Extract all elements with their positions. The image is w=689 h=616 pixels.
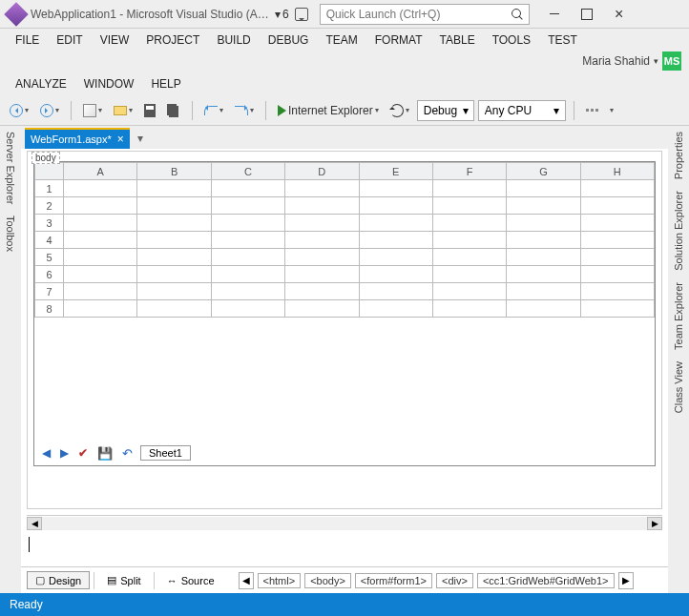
- row-header[interactable]: 8: [35, 300, 64, 318]
- cell[interactable]: [580, 232, 654, 249]
- grid-control[interactable]: A B C D E F G H 12345678 ◀: [33, 161, 656, 466]
- cell[interactable]: [285, 215, 359, 232]
- menu-tools[interactable]: TOOLS: [485, 31, 538, 50]
- cell[interactable]: [211, 283, 284, 300]
- cell[interactable]: [580, 300, 654, 318]
- solution-explorer-tab[interactable]: Solution Explorer: [671, 185, 686, 277]
- close-button[interactable]: [606, 4, 633, 25]
- menu-help[interactable]: HELP: [143, 74, 188, 93]
- table-row[interactable]: 2: [35, 197, 655, 215]
- cell[interactable]: [580, 266, 654, 283]
- sheet-name-tab[interactable]: Sheet1: [140, 445, 191, 461]
- solution-platform-dropdown[interactable]: Any CPU: [478, 100, 566, 121]
- notifications-indicator[interactable]: ▾ 6: [275, 8, 289, 21]
- cell[interactable]: [211, 232, 284, 249]
- cell[interactable]: [211, 180, 284, 197]
- cell[interactable]: [507, 249, 580, 266]
- tab-dropdown-icon[interactable]: ▾: [134, 128, 147, 149]
- cell[interactable]: [285, 232, 359, 249]
- cell[interactable]: [432, 180, 506, 197]
- cell[interactable]: [64, 283, 137, 300]
- horizontal-scrollbar[interactable]: ◀ ▶: [27, 515, 662, 530]
- user-menu-caret-icon[interactable]: [654, 56, 658, 66]
- cell[interactable]: [137, 283, 211, 300]
- code-editor-area[interactable]: [27, 532, 662, 566]
- menu-file[interactable]: FILE: [8, 31, 47, 50]
- menu-format[interactable]: FORMAT: [367, 31, 430, 50]
- scroll-left-button[interactable]: ◀: [27, 517, 42, 530]
- cell[interactable]: [64, 232, 137, 249]
- breadcrumb-item[interactable]: <form#form1>: [355, 573, 432, 588]
- cell[interactable]: [64, 300, 137, 318]
- cell[interactable]: [580, 249, 654, 266]
- cell[interactable]: [507, 283, 580, 300]
- col-header[interactable]: G: [507, 163, 580, 180]
- cell[interactable]: [64, 180, 137, 197]
- cell[interactable]: [285, 300, 359, 318]
- cell[interactable]: [432, 266, 506, 283]
- cell[interactable]: [507, 300, 580, 318]
- close-tab-icon[interactable]: ×: [117, 133, 124, 146]
- toolbar-overflow-button[interactable]: [606, 104, 617, 116]
- browser-refresh-button[interactable]: [386, 102, 413, 119]
- cell[interactable]: [64, 266, 137, 283]
- nav-back-button[interactable]: [6, 102, 32, 119]
- cell[interactable]: [285, 180, 359, 197]
- server-explorer-tab[interactable]: Server Explorer: [3, 126, 18, 210]
- save-button[interactable]: [140, 102, 159, 119]
- spreadsheet-table[interactable]: A B C D E F G H 12345678: [34, 162, 655, 318]
- user-name[interactable]: Maria Shahid: [582, 54, 650, 68]
- col-header[interactable]: E: [359, 163, 432, 180]
- col-header[interactable]: F: [432, 163, 506, 180]
- menu-build[interactable]: BUILD: [209, 31, 258, 50]
- cell[interactable]: [507, 232, 580, 249]
- cell[interactable]: [507, 180, 580, 197]
- cell[interactable]: [137, 300, 211, 318]
- redo-button[interactable]: [231, 104, 258, 117]
- cell[interactable]: [64, 249, 137, 266]
- cell[interactable]: [359, 266, 432, 283]
- col-header[interactable]: A: [64, 163, 137, 180]
- cell[interactable]: [580, 197, 654, 215]
- cell[interactable]: [359, 249, 432, 266]
- cell[interactable]: [432, 197, 506, 215]
- table-row[interactable]: 1: [35, 180, 655, 197]
- cell[interactable]: [285, 266, 359, 283]
- cell[interactable]: [359, 283, 432, 300]
- row-header[interactable]: 2: [35, 197, 64, 215]
- cell[interactable]: [285, 197, 359, 215]
- cell[interactable]: [359, 232, 432, 249]
- breadcrumb-item[interactable]: <cc1:GridWeb#GridWeb1>: [477, 573, 615, 588]
- table-row[interactable]: 6: [35, 266, 655, 283]
- cell[interactable]: [359, 300, 432, 318]
- cell[interactable]: [359, 197, 432, 215]
- breadcrumb-item[interactable]: <body>: [304, 573, 351, 588]
- class-view-tab[interactable]: Class View: [671, 356, 686, 419]
- table-row[interactable]: 8: [35, 300, 655, 318]
- col-header[interactable]: H: [580, 163, 654, 180]
- cell[interactable]: [580, 215, 654, 232]
- breadcrumb-left-button[interactable]: ◀: [239, 572, 254, 589]
- minimize-button[interactable]: [541, 4, 568, 25]
- sheet-prev-button[interactable]: ◀: [40, 446, 52, 460]
- cell[interactable]: [211, 300, 284, 318]
- menu-edit[interactable]: EDIT: [49, 31, 90, 50]
- maximize-button[interactable]: [574, 4, 600, 25]
- cell[interactable]: [359, 180, 432, 197]
- menu-test[interactable]: TEST: [540, 31, 585, 50]
- cell[interactable]: [432, 232, 506, 249]
- cell[interactable]: [432, 283, 506, 300]
- feedback-icon[interactable]: [295, 8, 308, 21]
- source-view-button[interactable]: ↔Source: [158, 572, 223, 589]
- row-header[interactable]: 4: [35, 232, 64, 249]
- breadcrumb-right-button[interactable]: ▶: [618, 572, 634, 589]
- new-project-button[interactable]: [79, 102, 106, 119]
- properties-tab[interactable]: Properties: [671, 126, 686, 185]
- table-row[interactable]: 3: [35, 215, 655, 232]
- table-row[interactable]: 5: [35, 249, 655, 266]
- breadcrumb-item[interactable]: <div>: [436, 573, 473, 588]
- cell[interactable]: [137, 249, 211, 266]
- quick-launch-input[interactable]: Quick Launch (Ctrl+Q): [320, 4, 530, 25]
- sheet-save-icon[interactable]: 💾: [95, 446, 115, 461]
- scroll-right-button[interactable]: ▶: [647, 517, 662, 530]
